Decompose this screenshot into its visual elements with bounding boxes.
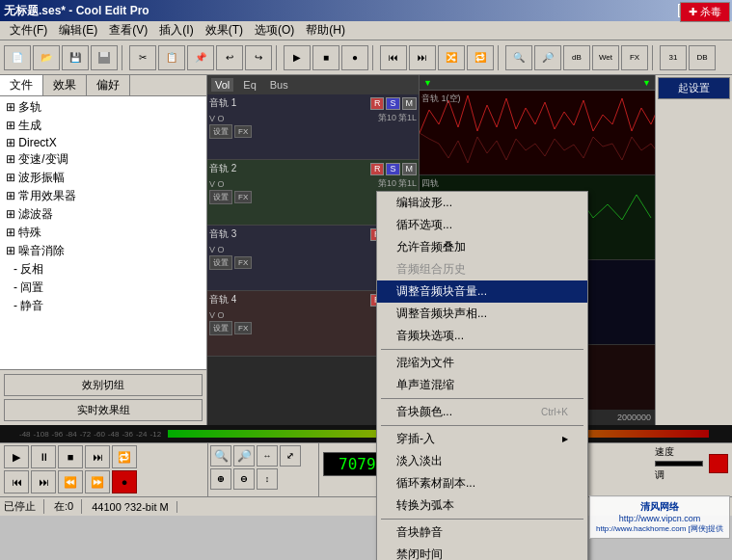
toolbar-new[interactable]: 📄 bbox=[4, 45, 31, 70]
tree-special[interactable]: ⊞ 特殊 bbox=[2, 224, 204, 242]
tree-noisereduce[interactable]: ⊞ 噪音消除 bbox=[2, 242, 204, 260]
menu-edit[interactable]: 编辑(E) bbox=[53, 20, 103, 40]
zoom-out-btn[interactable]: 🔎 bbox=[233, 445, 255, 467]
toolbar-zoom-in[interactable]: 🔍 bbox=[505, 45, 532, 70]
ctx-loop-options[interactable]: 循环选项... bbox=[377, 214, 587, 236]
track-2-fx-btn[interactable]: FX bbox=[234, 191, 252, 203]
back-btn[interactable]: ⏪ bbox=[58, 470, 83, 493]
track-2-set-btn[interactable]: 设置 bbox=[209, 190, 232, 204]
fwd-btn[interactable]: ⏩ bbox=[85, 470, 110, 493]
toolbar-zoom-out[interactable]: 🔎 bbox=[534, 45, 561, 70]
menu-effects[interactable]: 效果(T) bbox=[200, 20, 249, 40]
ctx-mute-block[interactable]: 音块静音 bbox=[377, 521, 587, 544]
toolbar-btn-c[interactable]: 🔀 bbox=[438, 45, 465, 70]
ctx-mono-mixdown[interactable]: 单声道混缩 bbox=[377, 374, 587, 396]
tree-multitracks[interactable]: ⊞ 多轨 bbox=[2, 98, 204, 117]
zoom-in-btn[interactable]: 🔍 bbox=[210, 445, 231, 467]
toolbar-save[interactable]: 💾 bbox=[62, 45, 89, 70]
tree-lv[interactable]: - 闾置 bbox=[2, 279, 204, 297]
track-1-set-btn[interactable]: 设置 bbox=[209, 124, 232, 139]
tab-preferences[interactable]: 偏好 bbox=[87, 75, 130, 95]
ctx-block-options[interactable]: 音频块选项... bbox=[377, 325, 587, 347]
ctx-punch-in[interactable]: 穿插-入 ▶ bbox=[377, 428, 587, 450]
next-btn[interactable]: ⏭ bbox=[31, 470, 56, 493]
track-4-fx-btn[interactable]: FX bbox=[234, 322, 252, 334]
ctx-allow-overlap[interactable]: 允许音频叠加 bbox=[377, 236, 587, 258]
tab-effects[interactable]: 效果 bbox=[43, 75, 87, 95]
play-btn[interactable]: ▶ bbox=[4, 445, 29, 468]
ctx-loop-copy[interactable]: 循环素材副本... bbox=[377, 472, 587, 494]
tree-amplitude[interactable]: ⊞ 波形振幅 bbox=[2, 169, 204, 187]
loop-btn[interactable]: 🔁 bbox=[112, 445, 137, 468]
zoom-fit-btn[interactable]: ↔ bbox=[257, 445, 278, 467]
track-1-m[interactable]: M bbox=[402, 97, 418, 110]
ctx-adjust-volume[interactable]: 调整音频块音量... bbox=[377, 280, 587, 303]
track-2-s[interactable]: S bbox=[386, 163, 399, 175]
menu-options[interactable]: 选项(O) bbox=[249, 20, 300, 40]
zoom-v-out-btn[interactable]: ⊖ bbox=[233, 468, 255, 490]
prev-btn[interactable]: ⏮ bbox=[4, 470, 29, 493]
track-3-fx-btn[interactable]: FX bbox=[234, 256, 252, 269]
menu-help[interactable]: 帮助(H) bbox=[300, 20, 351, 40]
track-1-fx-btn[interactable]: FX bbox=[234, 125, 252, 138]
toolbar-btn-e[interactable]: dB bbox=[563, 45, 590, 70]
toolbar-redo[interactable]: ↪ bbox=[245, 45, 272, 70]
ctx-mixdown-file[interactable]: 混缩为文件 bbox=[377, 352, 587, 374]
toolbar-copy[interactable]: 📋 bbox=[158, 45, 185, 70]
ctx-edit-waveform[interactable]: 编辑波形... bbox=[377, 192, 587, 214]
menu-insert[interactable]: 插入(I) bbox=[153, 20, 199, 40]
track-2-m[interactable]: M bbox=[402, 163, 418, 175]
toolbar-btn-b[interactable]: ⏭ bbox=[409, 45, 436, 70]
toolbar-undo[interactable]: ↩ bbox=[216, 45, 243, 70]
stop-btn[interactable]: ■ bbox=[58, 445, 83, 468]
realtime-button[interactable]: 实时效果组 bbox=[4, 399, 203, 421]
track-4-set-btn[interactable]: 设置 bbox=[209, 321, 232, 335]
track-1-knob1: 第10 bbox=[378, 112, 396, 124]
ctx-adjust-pan[interactable]: 调整音频块声相... bbox=[377, 303, 587, 325]
track-1-r[interactable]: R bbox=[370, 97, 385, 110]
toolbar-save2[interactable] bbox=[91, 45, 118, 70]
antivirus-button[interactable]: ✚ 杀毒 bbox=[680, 2, 730, 22]
toolbar-record[interactable]: ● bbox=[341, 45, 368, 70]
ctx-lock-time[interactable]: 禁闭时间 bbox=[377, 544, 587, 560]
track-1-s[interactable]: S bbox=[386, 97, 399, 110]
menu-view[interactable]: 查看(V) bbox=[103, 20, 153, 40]
tree-filter[interactable]: ⊞ 滤波器 bbox=[2, 205, 204, 224]
toolbar-btn-d[interactable]: 🔁 bbox=[467, 45, 494, 70]
toolbar-play[interactable]: ▶ bbox=[284, 45, 311, 70]
ctx-convert-arc[interactable]: 转换为弧本 bbox=[377, 494, 587, 517]
menu-file[interactable]: 文件(F) bbox=[4, 20, 53, 40]
ctx-fade[interactable]: 淡入淡出 bbox=[377, 450, 587, 472]
zoom-h-btn[interactable]: ⤢ bbox=[280, 445, 301, 467]
toolbar-paste[interactable]: 📌 bbox=[187, 45, 214, 70]
zoom-v-fit-btn[interactable]: ↕ bbox=[257, 468, 278, 490]
pause-btn[interactable]: ⏸ bbox=[31, 445, 56, 468]
toolbar-btn-h[interactable]: 31 bbox=[660, 45, 687, 70]
right-settings-btn[interactable]: 起设置 bbox=[658, 77, 730, 99]
track-2-r[interactable]: R bbox=[370, 163, 385, 175]
tree-common[interactable]: ⊞ 常用效果器 bbox=[2, 187, 204, 205]
tree-invert[interactable]: - 反相 bbox=[2, 260, 204, 279]
tree-pitchtime[interactable]: ⊞ 变速/变调 bbox=[2, 150, 204, 169]
presets-button[interactable]: 效别切组 bbox=[4, 374, 203, 396]
track-3-set-btn[interactable]: 设置 bbox=[209, 255, 232, 270]
tree-generate[interactable]: ⊞ 生成 bbox=[2, 117, 204, 135]
toolbar-btn-g[interactable]: FX bbox=[621, 45, 648, 70]
waveform-track-1[interactable]: 音轨 1(空) bbox=[420, 91, 655, 175]
toolbar-btn-f[interactable]: Wet bbox=[592, 45, 619, 70]
toolbar-btn-a[interactable]: ⏮ bbox=[380, 45, 407, 70]
toolbar-stop[interactable]: ■ bbox=[312, 45, 339, 70]
tracks-tab-bus[interactable]: Bus bbox=[266, 78, 292, 92]
tree-directx[interactable]: ⊞ DirectX bbox=[2, 135, 204, 150]
record-btn[interactable]: ● bbox=[112, 470, 137, 493]
tracks-tab-vol[interactable]: Vol bbox=[211, 78, 233, 92]
goto-end-btn[interactable]: ⏭ bbox=[85, 445, 110, 468]
tree-silence[interactable]: - 静音 bbox=[2, 297, 204, 315]
tab-files[interactable]: 文件 bbox=[0, 75, 43, 95]
ctx-block-color[interactable]: 音块颜色... Ctrl+K bbox=[377, 401, 587, 423]
zoom-v-in-btn[interactable]: ⊕ bbox=[210, 468, 231, 490]
toolbar-btn-i[interactable]: DB bbox=[689, 45, 716, 70]
toolbar-open[interactable]: 📂 bbox=[33, 45, 60, 70]
tracks-tab-eq[interactable]: Eq bbox=[239, 78, 259, 92]
toolbar-cut[interactable]: ✂ bbox=[129, 45, 156, 70]
